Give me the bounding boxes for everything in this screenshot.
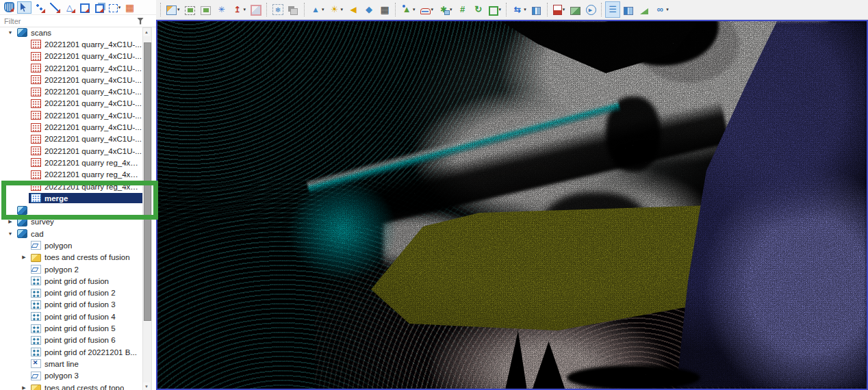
tree-item-point-grid-of-fusion-6[interactable]: point grid of fusion 6 — [0, 335, 144, 346]
tree-item-polygon-3[interactable]: polygon 3 — [0, 370, 144, 382]
tree-item-label: 20221201 quarry_4xC1U-... — [44, 40, 142, 49]
tree-item-survey[interactable]: ▶survey — [0, 216, 144, 228]
lighting-button[interactable]: ▾ — [327, 1, 346, 18]
link-views-button[interactable]: ▾ — [652, 1, 671, 18]
expander-collapsed-icon[interactable]: ▶ — [19, 385, 29, 390]
chevron-down-icon[interactable]: ▾ — [244, 7, 246, 12]
tree-scrollbar[interactable]: ▲ ▼ — [142, 27, 152, 390]
terrain-extract-button[interactable]: ▾ — [399, 1, 418, 18]
tree-item-label: survey — [31, 218, 54, 226]
chevron-down-icon[interactable]: ▾ — [413, 7, 416, 12]
tree-item[interactable] — [0, 204, 144, 216]
chevron-down-icon[interactable]: ▾ — [431, 7, 434, 12]
tree-item-cad[interactable]: ▼cad — [0, 228, 144, 239]
scrollbar-thumb[interactable] — [144, 42, 151, 321]
view-cube-button[interactable]: ▾ — [164, 1, 182, 18]
tree-item-point-grid-of-20221201-b[interactable]: point grid of 20221201 B... — [0, 346, 144, 358]
tree-item-point-grid-of-fusion-3[interactable]: point grid of fusion 3 — [0, 299, 144, 311]
copy-view-button[interactable] — [286, 1, 301, 18]
tree-item-20221201-quarry-4xc1u[interactable]: 20221201 quarry_4xC1U-... — [0, 109, 144, 121]
clip-box-button[interactable] — [248, 1, 264, 18]
grid-button[interactable] — [377, 1, 392, 18]
tree-item-polygon[interactable]: polygon — [0, 239, 144, 251]
tree-item-20221201-quarry-reg-4xc[interactable]: 20221201 quarry reg_4xC... — [0, 169, 144, 181]
tree-item-point-grid-of-fusion[interactable]: point grid of fusion — [0, 275, 144, 287]
viewport-3d[interactable] — [156, 20, 868, 390]
tree-item-content: survey — [15, 217, 56, 227]
expander-expanded-icon[interactable]: ▼ — [5, 30, 15, 35]
cube-select-icon — [95, 4, 104, 13]
save-points-button[interactable]: ▾ — [436, 1, 455, 18]
tree-item-content: 20221201 quarry_4xC1U-... — [29, 75, 144, 85]
export-pdf-button[interactable]: ▾ — [551, 1, 567, 18]
align-vertical-button[interactable] — [529, 1, 544, 18]
tree-item-20221201-quarry-4xc1u[interactable]: 20221201 quarry_4xC1U-... — [0, 74, 144, 86]
tree-item-20221201-quarry-4xc1u[interactable]: 20221201 quarry_4xC1U-... — [0, 51, 144, 62]
chevron-down-icon[interactable]: ▾ — [118, 5, 121, 10]
line-select-tool-button[interactable] — [47, 1, 62, 14]
chevron-down-icon[interactable]: ▾ — [177, 7, 180, 12]
tree-item-point-grid-of-fusion-5[interactable]: point grid of fusion 5 — [0, 322, 144, 334]
tree-item-polygon-2[interactable]: polygon 2 — [0, 263, 144, 275]
tin-network-button[interactable]: ▾ — [308, 1, 327, 18]
spotlight-button[interactable] — [346, 1, 361, 18]
tree-item-content: 20221201 quarry_4xC1U-... — [29, 146, 144, 156]
z-axis-button[interactable]: ▾ — [230, 1, 248, 18]
tree-item-20221201-quarry-reg-4xc[interactable]: 20221201 quarry reg_4xC... — [0, 157, 144, 168]
align-horizontal-button[interactable]: ▾ — [510, 1, 528, 18]
tree-item-merge[interactable]: merge — [0, 192, 144, 204]
point-grid-button[interactable] — [455, 1, 470, 18]
list-view-button[interactable] — [605, 1, 620, 18]
chevron-down-icon[interactable]: ▾ — [450, 7, 452, 12]
orbit-refresh-button[interactable] — [471, 1, 486, 18]
tree-item-point-grid-of-fusion-2[interactable]: point grid of fusion 2 — [0, 287, 144, 299]
polygon-select-tool-button[interactable] — [62, 1, 77, 14]
tree-item-point-grid-of-fusion-4[interactable]: point grid of fusion 4 — [0, 311, 144, 322]
cube-select-tool-button[interactable] — [92, 1, 107, 14]
chevron-down-icon[interactable]: ▾ — [341, 7, 344, 12]
dual-panel-button[interactable] — [621, 1, 636, 18]
tree-item-content: point grid of fusion — [29, 276, 111, 286]
fit-box-button[interactable] — [199, 1, 214, 18]
filter-input[interactable] — [0, 17, 137, 25]
tree-item-20221201-quarry-4xc1u[interactable]: 20221201 quarry_4xC1U-... — [0, 121, 144, 133]
cross-section-ramp-button[interactable] — [637, 1, 652, 18]
export-image-button[interactable] — [567, 1, 583, 18]
chevron-down-icon[interactable]: ▾ — [666, 7, 669, 12]
chevron-down-icon[interactable]: ▾ — [524, 7, 526, 12]
expand-points-button[interactable] — [214, 1, 229, 18]
tree-item-toes-and-crests-of-fusion[interactable]: ▶toes and crests of fusion — [0, 252, 144, 263]
project-tree: ▼scans20221201 quarry_4xC1U-...20221201 … — [0, 27, 144, 390]
tree-item-smart-line[interactable]: smart line — [0, 358, 144, 369]
tree-item-toes-and-crests-of-topo[interactable]: ▶toes and crests of topo — [0, 382, 144, 390]
tree-item-20221201-quarry-4xc1u[interactable]: 20221201 quarry_4xC1U-... — [0, 38, 144, 50]
expander-collapsed-icon[interactable]: ▶ — [5, 219, 15, 224]
tree-item-20221201-quarry-reg-4xc[interactable]: 20221201 quarry reg_4xC... — [0, 181, 144, 192]
rect-select-tool-button[interactable] — [77, 1, 92, 14]
chevron-down-icon[interactable]: ▾ — [322, 7, 324, 12]
fence-select-tool-button[interactable]: ▾ — [107, 1, 122, 14]
pan-tool-button[interactable] — [2, 1, 16, 14]
vehicle-detect-button[interactable]: ▾ — [418, 1, 436, 18]
chevron-down-icon[interactable]: ▾ — [563, 7, 565, 12]
shading-gem-button[interactable] — [361, 1, 376, 18]
scrollbar-up-icon[interactable]: ▲ — [143, 28, 150, 36]
tree-item-20221201-quarry-4xc1u[interactable]: 20221201 quarry_4xC1U-... — [0, 62, 144, 74]
select-tool-button[interactable] — [17, 1, 31, 14]
tree-item-20221201-quarry-4xc1u[interactable]: 20221201 quarry_4xC1U-... — [0, 98, 144, 109]
pattern-select-tool-button[interactable] — [123, 1, 137, 14]
tree-item-20221201-quarry-4xc1u[interactable]: 20221201 quarry_4xC1U-... — [0, 145, 144, 157]
snap-reference-button[interactable] — [270, 1, 285, 18]
tree-item-scans[interactable]: ▼scans — [0, 27, 144, 38]
chevron-down-icon[interactable]: ▾ — [499, 7, 502, 12]
fit-selection-button[interactable] — [183, 1, 198, 18]
play-animation-button[interactable] — [583, 1, 598, 18]
tree-item-content: toes and crests of fusion — [29, 252, 132, 263]
point-select-tool-button[interactable] — [32, 1, 47, 14]
tree-item-20221201-quarry-4xc1u[interactable]: 20221201 quarry_4xC1U-... — [0, 86, 144, 97]
expander-expanded-icon[interactable]: ▼ — [5, 231, 15, 236]
tree-item-20221201-quarry-4xc1u[interactable]: 20221201 quarry_4xC1U-... — [0, 133, 144, 145]
volume-cube-button[interactable]: ▾ — [487, 1, 504, 18]
scrollbar-down-icon[interactable]: ▼ — [143, 382, 150, 390]
expander-collapsed-icon[interactable]: ▶ — [19, 255, 29, 260]
